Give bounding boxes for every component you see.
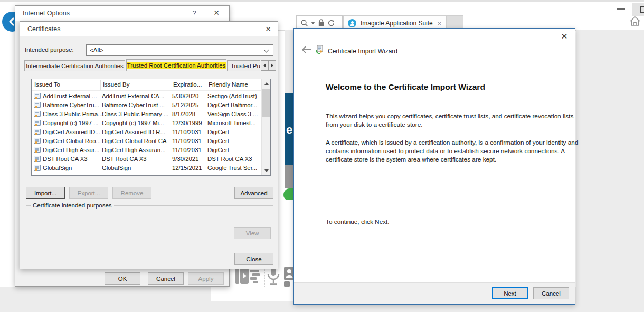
cell-issued-to: DigiCert Global Roo...: [43, 138, 102, 144]
scroll-down-button[interactable]: [262, 166, 271, 175]
list-scrollbar[interactable]: [261, 79, 270, 175]
cell-issued-by: DigiCert Global Root CA: [102, 138, 172, 144]
minimize-icon: [617, 8, 625, 10]
certificate-icon: [34, 156, 41, 162]
cell-friendly: DigiCert Baltimor...: [207, 102, 261, 108]
cell-issued-by: Copyright (c) 1997 Mi...: [102, 120, 172, 126]
cell-issued-by: Baltimore CyberTrust ...: [102, 102, 172, 108]
cell-friendly: Sectigo (AddTrust): [207, 93, 261, 99]
minimize-button[interactable]: [614, 4, 627, 14]
column-divider[interactable]: [171, 80, 171, 90]
certificate-import-wizard-dialog: ✕ Certificate Import Wizard Welcome to t…: [293, 28, 575, 305]
column-issued-to[interactable]: Issued To: [34, 81, 60, 88]
wizard-back-button[interactable]: [301, 45, 312, 55]
help-button[interactable]: ?: [190, 9, 199, 18]
cell-issued-by: Class 3 Public Primary ...: [102, 111, 172, 117]
cell-issued-by: DigiCert Assured ID R...: [102, 129, 172, 135]
table-row[interactable]: AddTrust External ...AddTrust External C…: [32, 91, 261, 100]
cell-friendly: VeriSign Class 3 ...: [207, 111, 261, 117]
up-arrow-icon: [264, 82, 269, 85]
table-row[interactable]: DigiCert Assured ID...DigiCert Assured I…: [32, 127, 261, 136]
cell-expiration: 8/1/2028: [172, 111, 207, 117]
cell-issued-to: GlobalSign: [43, 165, 102, 171]
cell-issued-by: AddTrust External CA...: [102, 93, 172, 99]
wizard-close-icon[interactable]: ✕: [559, 32, 570, 42]
certificates-titlebar: Certificates ✕: [20, 22, 278, 36]
cell-issued-to: Class 3 Public Prima...: [43, 111, 102, 117]
page-logo-fragment: [283, 188, 293, 200]
cell-friendly: Google Trust Ser...: [207, 165, 261, 171]
refresh-icon[interactable]: [327, 19, 335, 27]
remove-button[interactable]: Remove: [112, 187, 151, 199]
page-fragment-gray: [285, 30, 293, 93]
cell-issued-to: Copyright (c) 1997 ...: [43, 120, 102, 126]
certificate-rows: AddTrust External ...AddTrust External C…: [32, 91, 261, 175]
home-icon: [629, 16, 641, 26]
window-top-border: [0, 0, 644, 2]
view-button[interactable]: View: [234, 227, 271, 239]
phone-device-icon[interactable]: [235, 267, 261, 286]
scrollbar-thumb[interactable]: [262, 89, 270, 117]
import-button[interactable]: Import...: [26, 187, 65, 199]
window-control-partial[interactable]: [632, 3, 644, 16]
certificate-icon: [34, 138, 41, 144]
table-row[interactable]: Baltimore CyberTru...Baltimore CyberTrus…: [32, 100, 261, 109]
cell-issued-to: DST Root CA X3: [43, 156, 102, 162]
tab-intermediate-cas[interactable]: Intermediate Certification Authorities: [24, 60, 125, 71]
column-friendly-name[interactable]: Friendly Name: [209, 81, 248, 88]
search-icon[interactable]: [300, 19, 308, 27]
tab-label: Trusted Publ: [231, 63, 260, 69]
home-button[interactable]: [629, 16, 641, 26]
cell-expiration: 11/10/2031: [172, 138, 207, 144]
next-button[interactable]: Next: [492, 287, 528, 299]
cell-expiration: 12/30/1999: [172, 120, 207, 126]
apply-button[interactable]: Apply: [188, 272, 224, 285]
certificate-list: Issued To Issued By Expiratio... Friendl…: [31, 79, 271, 176]
certificates-close-icon[interactable]: ✕: [265, 25, 271, 33]
column-divider[interactable]: [206, 80, 206, 90]
banner-letter: e: [286, 123, 292, 137]
internet-options-titlebar: Internet Options ? ✕: [15, 6, 229, 21]
cancel-button[interactable]: Cancel: [148, 272, 184, 285]
wizard-cancel-button[interactable]: Cancel: [533, 287, 569, 299]
column-issued-by[interactable]: Issued By: [103, 81, 130, 88]
certificate-icon: [34, 147, 41, 153]
cell-friendly: DST Root CA X3: [207, 156, 261, 162]
table-row[interactable]: Class 3 Public Prima...Class 3 Public Pr…: [32, 109, 261, 118]
close-button[interactable]: Close: [234, 253, 273, 265]
ok-button[interactable]: OK: [105, 272, 140, 285]
cell-issued-by: DST Root CA X3: [102, 156, 172, 162]
advanced-button[interactable]: Advanced: [234, 187, 273, 199]
tab-scroll-left-button[interactable]: [261, 60, 269, 71]
table-row[interactable]: DST Root CA X3DST Root CA X39/30/2021DST…: [32, 154, 261, 163]
search-dropdown-icon[interactable]: [311, 22, 315, 24]
table-row[interactable]: DigiCert Global Roo...DigiCert Global Ro…: [32, 136, 261, 145]
table-row[interactable]: Copyright (c) 1997 ...Copyright (c) 1997…: [32, 118, 261, 127]
chevron-down-icon: [264, 48, 269, 53]
certificate-icon: [34, 93, 41, 99]
intended-purpose-select[interactable]: <All>: [86, 44, 273, 56]
column-divider[interactable]: [100, 80, 101, 90]
wizard-paragraph-3: To continue, click Next.: [326, 218, 537, 226]
cell-issued-to: DigiCert Assured ID...: [43, 129, 102, 135]
down-arrow-icon: [264, 169, 269, 172]
tab-scroll-right-button[interactable]: [268, 60, 276, 71]
export-button[interactable]: Export...: [69, 187, 108, 199]
cell-expiration: 12/15/2021: [172, 165, 207, 171]
internet-options-close-icon[interactable]: ✕: [212, 9, 221, 18]
scroll-up-button[interactable]: [262, 79, 271, 88]
tab-close-icon[interactable]: ×: [437, 20, 441, 27]
cell-expiration: 5/12/2025: [172, 102, 207, 108]
tab-trusted-publishers[interactable]: Trusted Publ: [227, 60, 260, 71]
table-row[interactable]: DigiCert High Assur...DigiCert High Assu…: [32, 145, 261, 154]
cell-expiration: 11/10/2031: [172, 129, 207, 135]
page-fragment-darkgray: [285, 165, 293, 188]
column-expiration[interactable]: Expiratio...: [173, 81, 202, 88]
tab-trusted-root-cas[interactable]: Trusted Root Certification Authorities: [126, 59, 226, 71]
certificate-icon: [34, 165, 41, 171]
certificates-dialog: Certificates ✕ Intended purpose: <All> I…: [20, 21, 278, 269]
internet-options-title: Internet Options: [23, 10, 70, 17]
certificate-purposes-group: Certificate intended purposes View: [26, 205, 273, 241]
cell-issued-to: DigiCert High Assur...: [43, 147, 102, 153]
table-row[interactable]: GlobalSignGlobalSign12/15/2021Google Tru…: [32, 163, 261, 172]
